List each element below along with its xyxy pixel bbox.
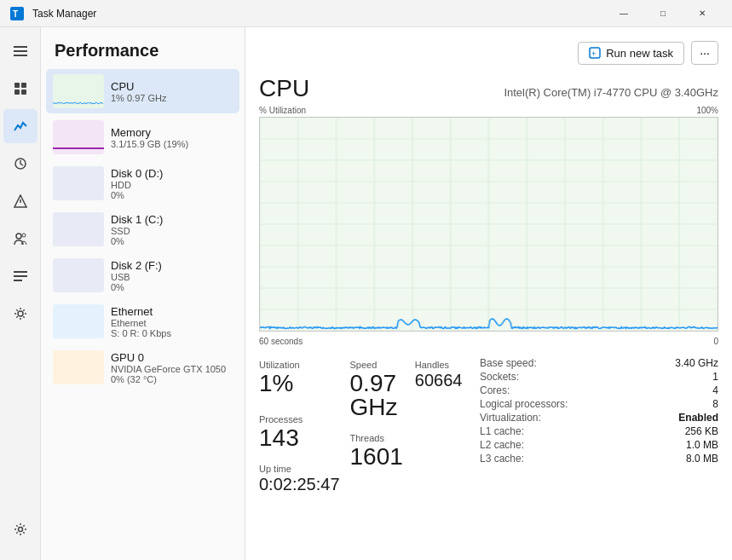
overview-icon[interactable]: [3, 72, 37, 106]
virt-val: Enabled: [678, 412, 718, 424]
handles-stat: Handles 60664: [415, 356, 480, 392]
uptime-value: 0:02:25:47: [259, 476, 340, 493]
l1-val: 256 KB: [685, 425, 718, 437]
cpu-title: CPU: [259, 75, 309, 102]
spec-sockets: Sockets: 1: [480, 370, 718, 384]
spec-cores: Cores: 4: [480, 384, 718, 397]
performance-icon[interactable]: [3, 109, 37, 143]
nav-item-gpu0[interactable]: GPU 0 NVIDIA GeForce GTX 1050 0% (32 °C): [46, 345, 239, 390]
cores-val: 4: [712, 384, 718, 396]
cpu-nav-title: CPU: [111, 80, 233, 93]
utilization-label-graph: % Utilization: [259, 106, 306, 115]
l2-val: 1.0 MB: [686, 439, 718, 451]
startup-icon[interactable]: [3, 184, 37, 218]
stats-right: Base speed: 3.40 GHz Sockets: 1 Cores: 4…: [480, 356, 718, 496]
threads-value: 1601: [350, 445, 405, 469]
svg-point-18: [18, 528, 22, 532]
disk1-nav-title: Disk 1 (C:): [111, 213, 233, 226]
svg-rect-5: [14, 83, 20, 88]
history-icon[interactable]: [3, 147, 37, 181]
nav-item-disk1[interactable]: Disk 1 (C:) SSD 0%: [46, 207, 239, 251]
settings-icon[interactable]: [3, 512, 37, 546]
disk2-nav-sub: USB: [111, 272, 233, 282]
disk0-nav-sub2: 0%: [111, 190, 233, 200]
nav-item-memory[interactable]: Memory 3.1/15.9 GB (19%): [46, 115, 239, 159]
content-header: + Run new task ···: [259, 41, 718, 65]
main-container: Performance CPU 1% 0.97 GHz Memory: [0, 27, 732, 560]
content-area: + Run new task ··· CPU Intel(R) Core(TM)…: [245, 27, 732, 560]
gpu0-nav-sub2: 0% (32 °C): [111, 374, 233, 384]
details-icon[interactable]: [3, 259, 37, 293]
svg-text:+: +: [591, 49, 596, 58]
close-button[interactable]: ✕: [683, 0, 722, 27]
svg-rect-14: [14, 271, 27, 273]
nav-item-cpu[interactable]: CPU 1% 0.97 GHz: [46, 69, 239, 113]
cpu-graph-container: [259, 117, 718, 332]
app-icon: T: [10, 7, 24, 20]
spec-l2: L2 cache: 1.0 MB: [480, 438, 718, 452]
l1-key: L1 cache:: [480, 425, 524, 437]
window-title: Task Manager: [32, 8, 596, 20]
disk1-nav-sub2: 0%: [111, 236, 233, 246]
sockets-key: Sockets:: [480, 371, 519, 383]
disk2-thumb: [53, 258, 104, 292]
nav-item-disk2[interactable]: Disk 2 (F:) USB 0%: [46, 253, 239, 297]
ethernet-nav-title: Ethernet: [111, 305, 233, 318]
threads-label: Threads: [350, 433, 405, 443]
minimize-button[interactable]: —: [604, 0, 643, 27]
cpu-thumb: [53, 74, 104, 108]
run-new-task-button[interactable]: + Run new task: [578, 42, 684, 65]
speed-value: 0.97 GHz: [350, 372, 405, 419]
threads-stat: Threads 1601: [350, 430, 415, 472]
processes-label: Processes: [259, 414, 340, 424]
disk0-nav-title: Disk 0 (D:): [111, 167, 233, 180]
disk1-nav-sub: SSD: [111, 226, 233, 236]
run-task-label: Run new task: [606, 47, 673, 60]
stat-col-1: Utilization 1% Processes 143 Up time 0:0…: [259, 356, 350, 496]
cpu-model: Intel(R) Core(TM) i7-4770 CPU @ 3.40GHz: [504, 86, 718, 99]
services-icon[interactable]: [3, 297, 37, 331]
handles-label: Handles: [415, 360, 470, 370]
base-speed-key: Base speed:: [480, 357, 537, 369]
utilization-stat: Utilization 1%: [259, 356, 350, 399]
window-controls: — □ ✕: [604, 0, 722, 27]
spec-base-speed: Base speed: 3.40 GHz: [480, 356, 718, 370]
stat-col-2: Speed 0.97 GHz Threads 1601: [350, 356, 415, 496]
disk0-nav-sub: HDD: [111, 180, 233, 190]
svg-point-12: [16, 234, 21, 239]
uptime-stat: Up time 0:02:25:47: [259, 460, 350, 496]
cores-key: Cores:: [480, 384, 510, 396]
users-icon[interactable]: [3, 222, 37, 256]
maximize-button[interactable]: □: [643, 0, 683, 27]
l3-val: 8.0 MB: [686, 453, 718, 465]
graph-time-right: 0: [713, 337, 718, 346]
nav-list: CPU 1% 0.97 GHz Memory 3.1/15.9 GB (19%)…: [41, 67, 245, 560]
stat-col-3: Handles 60664: [415, 356, 480, 496]
nav-item-disk0[interactable]: Disk 0 (D:) HDD 0%: [46, 161, 239, 205]
gpu0-thumb: [53, 350, 104, 384]
nav-item-ethernet[interactable]: Ethernet Ethernet S: 0 R: 0 Kbps: [46, 299, 239, 344]
graph-time-left: 60 seconds: [259, 337, 303, 346]
stats-row: Utilization 1% Processes 143 Up time 0:0…: [259, 356, 718, 496]
more-options-button[interactable]: ···: [691, 41, 718, 65]
svg-rect-4: [14, 55, 27, 56]
hamburger-icon[interactable]: [3, 34, 37, 68]
gpu0-nav-sub: NVIDIA GeForce GTX 1050: [111, 364, 233, 374]
spec-logical: Logical processors: 8: [480, 397, 718, 411]
speed-label: Speed: [350, 360, 405, 370]
disk0-thumb: [53, 166, 104, 200]
run-icon: +: [589, 47, 601, 59]
nav-title: Performance: [41, 27, 245, 67]
svg-point-17: [18, 311, 23, 316]
ethernet-nav-sub2: S: 0 R: 0 Kbps: [111, 328, 233, 338]
svg-point-13: [22, 234, 26, 237]
svg-rect-8: [21, 89, 26, 95]
speed-stat: Speed 0.97 GHz: [350, 356, 415, 423]
titlebar: T Task Manager — □ ✕: [0, 0, 732, 27]
base-speed-val: 3.40 GHz: [675, 357, 718, 369]
stats-left: Utilization 1% Processes 143 Up time 0:0…: [259, 356, 480, 496]
utilization-value: 1%: [259, 372, 340, 395]
processes-stat: Processes 143: [259, 411, 350, 453]
memory-thumb: [53, 120, 104, 154]
spec-l1: L1 cache: 256 KB: [480, 424, 718, 438]
